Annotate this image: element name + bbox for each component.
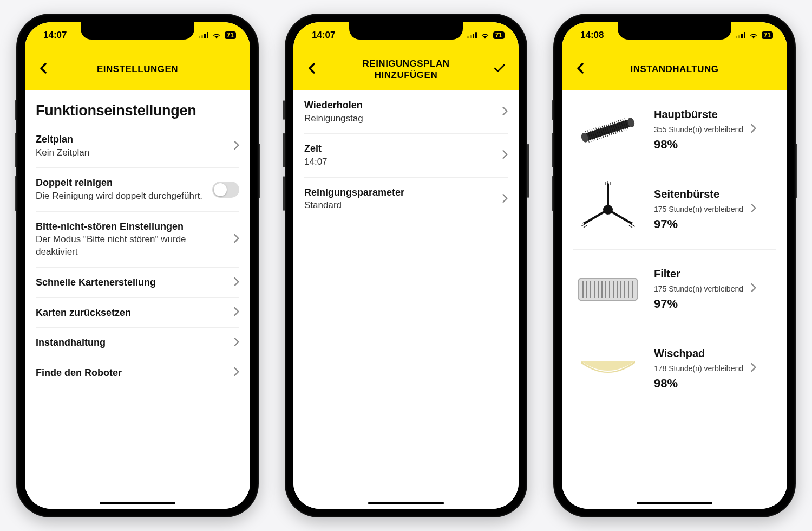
phone-mockup-1: 14:0771EINSTELLUNGENFunktionseinstellung… bbox=[16, 14, 259, 517]
home-indicator[interactable] bbox=[637, 502, 712, 504]
content-area: Hauptbürste355 Stunde(n) verbleibend 98%… bbox=[562, 90, 787, 509]
signal-icon bbox=[199, 32, 208, 38]
confirm-button[interactable] bbox=[492, 61, 508, 77]
wifi-icon bbox=[749, 31, 758, 39]
maintenance-item[interactable]: Seitenbürste175 Stunde(n) verbleibend 97… bbox=[573, 170, 776, 250]
section-title: Funktionseinstellungen bbox=[25, 90, 250, 125]
row-subtitle: Standard bbox=[304, 199, 497, 212]
svg-line-35 bbox=[584, 225, 587, 228]
chevron-right-icon bbox=[745, 124, 756, 134]
row-label: Schnelle Kartenerstellung bbox=[36, 276, 228, 289]
maintenance-hours: 178 Stunde(n) verbleibend bbox=[654, 363, 776, 373]
side-brush-icon bbox=[573, 185, 643, 234]
settings-row[interactable]: Bitte-nicht-stören EinstellungenDer Modu… bbox=[36, 212, 239, 268]
row-label: Doppelt reinigen bbox=[36, 177, 212, 189]
status-time: 14:07 bbox=[312, 30, 335, 41]
row-label: Instandhaltung bbox=[36, 336, 228, 349]
row-subtitle: Die Reinigung wird doppelt durchgeführt. bbox=[36, 190, 212, 203]
row-subtitle: Reinigungstag bbox=[304, 113, 497, 125]
chevron-right-icon bbox=[497, 107, 508, 118]
settings-row[interactable]: Schnelle Kartenerstellung bbox=[36, 268, 239, 298]
maintenance-name: Hauptbürste bbox=[654, 108, 776, 121]
filter-icon bbox=[573, 265, 643, 314]
page-title: INSTANDHALTUNG bbox=[630, 63, 718, 75]
chevron-right-icon bbox=[745, 283, 756, 294]
settings-row: Doppelt reinigenDie Reinigung wird doppe… bbox=[36, 168, 239, 211]
chevron-right-icon bbox=[228, 234, 239, 245]
home-indicator[interactable] bbox=[368, 502, 444, 504]
settings-row[interactable]: Zeit14:07 bbox=[304, 134, 508, 177]
chevron-right-icon bbox=[228, 338, 239, 348]
chevron-left-icon bbox=[308, 63, 316, 76]
back-button[interactable] bbox=[304, 62, 319, 77]
back-button[interactable] bbox=[573, 62, 588, 77]
svg-line-25 bbox=[608, 210, 631, 223]
settings-row[interactable]: ReinigungsparameterStandard bbox=[304, 178, 508, 221]
notch bbox=[349, 22, 463, 40]
row-label: Reinigungsparameter bbox=[304, 186, 497, 199]
back-button[interactable] bbox=[36, 62, 51, 77]
maintenance-name: Filter bbox=[654, 268, 776, 280]
row-label: Zeitplan bbox=[36, 133, 228, 146]
signal-icon bbox=[736, 32, 745, 38]
content-area: WiederholenReinigungstagZeit14:07Reinigu… bbox=[293, 90, 519, 509]
chevron-right-icon bbox=[228, 141, 239, 152]
main-brush-icon bbox=[573, 106, 643, 154]
page-title: REINIGUNGSPLANHINZUFÜGEN bbox=[363, 58, 450, 81]
maintenance-item[interactable]: Wischpad178 Stunde(n) verbleibend 98% bbox=[573, 329, 776, 409]
notch bbox=[81, 22, 194, 40]
maintenance-name: Wischpad bbox=[654, 347, 776, 360]
check-icon bbox=[493, 61, 507, 77]
status-time: 14:07 bbox=[43, 30, 67, 41]
maintenance-item[interactable]: Hauptbürste355 Stunde(n) verbleibend 98% bbox=[573, 90, 776, 170]
settings-row[interactable]: Instandhaltung bbox=[36, 328, 239, 358]
mop-pad-icon bbox=[573, 345, 643, 393]
row-label: Bitte-nicht-stören Einstellungen bbox=[36, 221, 228, 233]
page-title: EINSTELLUNGEN bbox=[97, 63, 178, 75]
nav-bar: EINSTELLUNGEN bbox=[25, 48, 250, 90]
nav-bar: INSTANDHALTUNG bbox=[562, 48, 787, 90]
settings-row[interactable]: Karten zurücksetzen bbox=[36, 298, 239, 328]
chevron-right-icon bbox=[497, 194, 508, 205]
maintenance-hours: 175 Stunde(n) verbleibend bbox=[654, 204, 776, 214]
battery-icon: 71 bbox=[493, 31, 505, 39]
battery-icon: 71 bbox=[225, 31, 236, 39]
status-time: 14:08 bbox=[580, 30, 604, 41]
phone-mockup-3: 14:0871INSTANDHALTUNGHauptbürste355 Stun… bbox=[553, 14, 796, 517]
chevron-left-icon bbox=[40, 63, 47, 76]
row-subtitle: Kein Zeitplan bbox=[36, 147, 228, 159]
row-label: Wiederholen bbox=[304, 99, 497, 112]
row-subtitle: 14:07 bbox=[304, 156, 497, 169]
notch bbox=[618, 22, 731, 40]
settings-row[interactable]: ZeitplanKein Zeitplan bbox=[36, 125, 239, 168]
chevron-right-icon bbox=[228, 367, 239, 378]
row-subtitle: Der Modus "Bitte nicht stören" wurde dea… bbox=[36, 234, 228, 258]
row-label: Finde den Roboter bbox=[36, 367, 228, 379]
maintenance-hours: 355 Stunde(n) verbleibend bbox=[654, 124, 776, 134]
chevron-right-icon bbox=[497, 150, 508, 161]
content-area: FunktionseinstellungenZeitplanKein Zeitp… bbox=[25, 90, 250, 509]
phone-mockup-2: 14:0771REINIGUNGSPLANHINZUFÜGENWiederhol… bbox=[285, 14, 527, 517]
svg-line-32 bbox=[629, 225, 632, 228]
svg-line-31 bbox=[631, 224, 635, 226]
chevron-right-icon bbox=[228, 277, 239, 288]
chevron-right-icon bbox=[228, 307, 239, 318]
svg-line-34 bbox=[581, 224, 585, 226]
signal-icon bbox=[467, 32, 477, 38]
svg-line-26 bbox=[585, 210, 608, 223]
home-indicator[interactable] bbox=[100, 502, 175, 504]
row-label: Karten zurücksetzen bbox=[36, 307, 228, 319]
maintenance-item[interactable]: Filter175 Stunde(n) verbleibend 97% bbox=[573, 250, 776, 329]
chevron-right-icon bbox=[745, 204, 756, 214]
settings-row[interactable]: Finde den Roboter bbox=[36, 358, 239, 388]
maintenance-percent: 97% bbox=[654, 297, 776, 311]
row-label: Zeit bbox=[304, 143, 497, 155]
settings-row[interactable]: WiederholenReinigungstag bbox=[304, 90, 508, 134]
nav-bar: REINIGUNGSPLANHINZUFÜGEN bbox=[293, 48, 519, 90]
toggle-switch[interactable] bbox=[212, 182, 239, 198]
maintenance-hours: 175 Stunde(n) verbleibend bbox=[654, 283, 776, 294]
battery-icon: 71 bbox=[762, 31, 773, 39]
wifi-icon bbox=[480, 31, 490, 39]
wifi-icon bbox=[212, 31, 221, 39]
chevron-left-icon bbox=[577, 63, 584, 76]
